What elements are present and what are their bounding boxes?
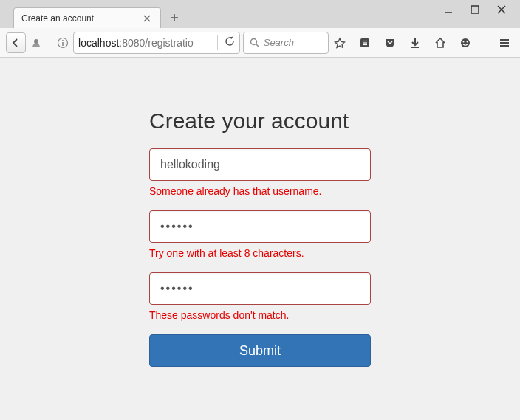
bookmark-star-icon[interactable] [332,35,348,51]
registration-form: Create your account Someone already has … [149,109,371,367]
search-icon [250,38,259,47]
svg-point-21 [467,41,468,42]
close-tab-icon[interactable] [141,13,153,24]
back-button[interactable] [6,32,26,53]
url-path: :8080/registratio [119,37,193,49]
firebug-icon[interactable] [29,35,44,51]
username-field-group: Someone already has that username. [149,148,371,197]
submit-label: Submit [239,343,281,359]
username-input[interactable] [149,148,371,181]
smiley-icon[interactable] [457,35,473,51]
new-tab-button[interactable] [164,7,185,28]
reader-icon[interactable] [357,35,373,51]
password-input[interactable] [149,210,371,243]
confirm-password-field-group: These passwords don't match. [149,272,371,321]
address-bar[interactable]: localhost:8080/registratio [73,32,240,54]
confirm-password-error: These passwords don't match. [149,309,371,321]
svg-point-8 [34,39,38,44]
username-error: Someone already has that username. [149,185,371,197]
confirm-password-input[interactable] [149,272,371,305]
svg-point-12 [250,39,256,45]
separator [485,35,485,50]
browser-tab[interactable]: Create an account [13,7,161,28]
browser-toolbar: localhost:8080/registratio Search [0,28,520,58]
svg-rect-11 [62,42,64,46]
page-title: Create your account [149,109,371,134]
separator [217,35,218,50]
search-bar[interactable]: Search [243,32,329,54]
search-placeholder: Search [264,37,294,48]
tab-bar: Create an account [0,0,520,28]
reload-icon[interactable] [225,36,235,49]
svg-point-20 [463,41,465,42]
svg-rect-1 [471,6,479,13]
password-field-group: Try one with at least 8 characters. [149,210,371,259]
hamburger-menu-icon[interactable] [496,35,513,51]
minimize-button[interactable] [443,4,454,15]
page-content: Create your account Someone already has … [0,58,520,420]
close-window-button[interactable] [496,4,507,15]
tab-title: Create an account [21,13,94,24]
home-icon[interactable] [432,35,448,51]
maximize-button[interactable] [470,4,480,15]
svg-point-10 [62,40,64,41]
password-error: Try one with at least 8 characters. [149,247,371,259]
svg-line-13 [256,44,259,47]
url-host: localhost [78,37,119,49]
svg-point-19 [461,38,470,47]
pocket-icon[interactable] [382,35,398,51]
submit-button[interactable]: Submit [149,334,371,367]
info-icon[interactable] [55,35,70,51]
downloads-icon[interactable] [407,35,423,51]
separator [49,35,49,50]
